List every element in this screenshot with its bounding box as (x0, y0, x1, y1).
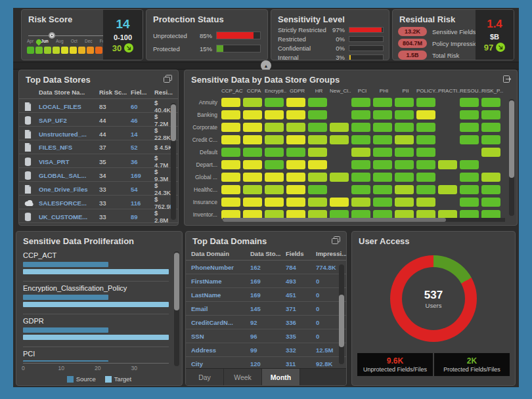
heatmap-cell[interactable] (373, 198, 392, 207)
scrollbar-thumb[interactable] (174, 253, 179, 310)
heatmap-column-label[interactable]: Encrypti... (265, 88, 286, 94)
heatmap-cell[interactable] (308, 123, 327, 132)
heatmap-cell[interactable] (438, 160, 457, 169)
flip-panel-icon[interactable] (163, 74, 173, 86)
risk-month-label[interactable]: Oct (71, 39, 78, 43)
heatmap-column-label[interactable]: New_Cl... (330, 88, 351, 94)
risk-score-time-slider[interactable] (28, 32, 106, 39)
heatmap-cell[interactable] (416, 173, 435, 182)
heatmap-column-label[interactable]: CCPA (243, 88, 265, 94)
heatmap-cell[interactable] (481, 110, 500, 119)
heatmap-cell[interactable] (308, 160, 327, 169)
table-row[interactable]: One_Drive_Files3354$ 24.3K (19, 182, 178, 196)
table-row[interactable]: UK_CUSTOME...3389$ 2.8M (19, 209, 178, 223)
heatmap-cell[interactable] (221, 135, 240, 144)
slider-knob[interactable] (49, 32, 55, 39)
heatmap-cell[interactable] (416, 110, 435, 119)
heatmap-cell[interactable] (243, 160, 262, 169)
table-row[interactable]: SALESFORCE...33116$ 762.9K (19, 196, 178, 209)
table-row[interactable]: Unstructured_...4414$ 22.8K (19, 127, 178, 140)
heatmap-cell[interactable] (460, 198, 479, 207)
heatmap-cell[interactable] (373, 98, 392, 107)
heatmap-cell[interactable] (221, 123, 240, 132)
heatmap-cell[interactable] (265, 123, 284, 132)
heatmap-cell[interactable] (243, 98, 262, 107)
table-row[interactable]: CreditCardN...923360 (186, 316, 346, 329)
heatmap-cell[interactable] (351, 135, 370, 144)
heatmap-cell[interactable] (373, 135, 392, 144)
heatmap-cell[interactable] (416, 185, 435, 194)
heatmap-cell[interactable] (286, 110, 305, 119)
heatmap-cell[interactable] (416, 148, 435, 157)
heatmap-column-label[interactable]: HR (308, 88, 330, 94)
heatmap-cell[interactable] (395, 198, 414, 207)
heatmap-cell[interactable] (460, 173, 479, 182)
heatmap-row-label[interactable]: Insurance (188, 199, 221, 205)
heatmap-cell[interactable] (286, 135, 305, 144)
heatmap-cell[interactable] (481, 135, 500, 144)
source-bar[interactable] (23, 360, 108, 362)
heatmap-cell[interactable] (221, 98, 240, 107)
risk-month-label[interactable]: Dec (85, 39, 93, 43)
heatmap-cell[interactable] (351, 198, 370, 207)
flip-panel-icon[interactable] (331, 236, 341, 247)
heatmap-cell[interactable] (265, 198, 284, 207)
heatmap-cell[interactable] (395, 123, 414, 132)
heatmap-cell[interactable] (416, 123, 435, 132)
table-row[interactable]: Email1453710 (186, 302, 346, 316)
heatmap-cell[interactable] (221, 198, 240, 207)
heatmap-cell[interactable] (460, 98, 479, 107)
heatmap-cell[interactable] (308, 185, 327, 194)
target-bar[interactable] (23, 302, 169, 307)
heatmap-cell[interactable] (373, 148, 392, 157)
heatmap-cell[interactable] (286, 198, 305, 207)
heatmap-cell[interactable] (221, 148, 240, 157)
table-row[interactable]: LOCAL_FILES8360$ 40.4K (19, 99, 178, 113)
heatmap-cell[interactable] (460, 123, 479, 132)
table-row[interactable]: FILES_NFS3752$ 4.5K (19, 140, 178, 154)
heatmap-cell[interactable] (286, 148, 305, 157)
heatmap-cell[interactable] (373, 185, 392, 194)
heatmap-cell[interactable] (395, 148, 414, 157)
heatmap-cell[interactable] (438, 185, 457, 194)
heatmap-cell[interactable] (351, 123, 370, 132)
heatmap-column-label[interactable]: GDPR (286, 88, 308, 94)
col-data-domain[interactable]: Data Domain (191, 250, 250, 257)
heatmap-cell[interactable] (395, 160, 414, 169)
source-bar[interactable] (23, 295, 108, 300)
heatmap-row-label[interactable]: Corporate (188, 124, 221, 131)
risk-month-label[interactable]: Aug (56, 39, 64, 43)
heatmap-column-label[interactable]: PCI (351, 88, 373, 94)
heatmap-cell[interactable] (330, 123, 349, 132)
heatmap-cell[interactable] (481, 98, 500, 107)
heatmap-cell[interactable] (481, 123, 500, 132)
scrollbar-thumb[interactable] (509, 100, 514, 178)
heatmap-row-label[interactable]: Default (188, 149, 221, 156)
col-risk-score[interactable]: Risk Sc... (99, 89, 131, 96)
tab-week[interactable]: Week (224, 369, 262, 385)
heatmap-cell[interactable] (351, 110, 370, 119)
heatmap-cell[interactable] (286, 123, 305, 132)
heatmap-cell[interactable] (243, 185, 262, 194)
heatmap-cell[interactable] (221, 185, 240, 194)
heatmap-cell[interactable] (308, 173, 327, 182)
heatmap-cell[interactable] (416, 135, 435, 144)
heatmap-cell[interactable] (221, 173, 240, 182)
heatmap-cell[interactable] (481, 148, 500, 157)
col-data-stores[interactable]: Data Sto... (250, 250, 286, 257)
heatmap-column-label[interactable]: CCP_ACT (221, 88, 243, 94)
heatmap-cell[interactable] (481, 173, 500, 182)
heatmap-cell[interactable] (265, 185, 284, 194)
heatmap-cell[interactable] (460, 160, 479, 169)
scrollbar-thumb[interactable] (339, 295, 344, 347)
table-row[interactable]: FirstName1694930 (186, 274, 346, 288)
heatmap-cell[interactable] (416, 98, 435, 107)
heatmap-cell[interactable] (395, 110, 414, 119)
heatmap-row-label[interactable]: Banking (188, 112, 221, 118)
heatmap-cell[interactable] (460, 110, 479, 119)
heatmap-cell[interactable] (286, 185, 305, 194)
heatmap-cell[interactable] (351, 173, 370, 182)
heatmap-cell[interactable] (330, 173, 349, 182)
heatmap-cell[interactable] (395, 185, 414, 194)
table-row[interactable]: GLOBAL_SAL...34169$ 9.3M (19, 168, 178, 182)
